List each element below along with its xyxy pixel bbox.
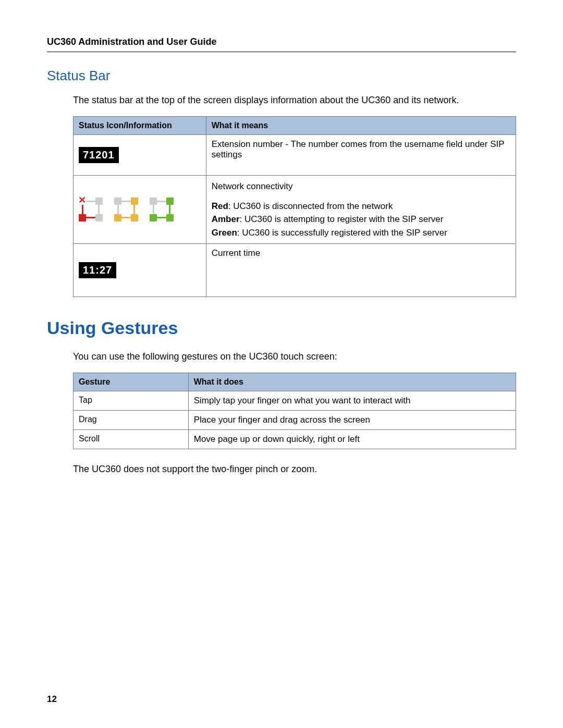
gesture-desc: Simply tap your finger on what you want … (188, 391, 516, 411)
table-row: Scroll Move page up or down quickly, rig… (74, 430, 516, 449)
gestures-outro: The UC360 does not support the two-finge… (73, 462, 516, 476)
section-status-bar-title: Status Bar (47, 68, 516, 84)
gestures-intro: You can use the following gestures on th… (73, 350, 516, 363)
table-row: 11:27 Current time (74, 244, 516, 297)
amber-text: : UC360 is attempting to register with t… (240, 214, 444, 224)
time-icon: 11:27 (79, 262, 116, 278)
gesture-desc: Move page up or down quickly, right or l… (188, 430, 516, 449)
gesture-name: Drag (74, 411, 189, 430)
table-row: 71201 Extension number - The number come… (74, 135, 516, 176)
status-table-head-icon: Status Icon/Information (74, 117, 206, 135)
table-row: Drag Place your finger and drag across t… (74, 411, 516, 430)
gesture-table: Gesture What it does Tap Simply tap your… (73, 373, 516, 449)
extension-desc: Extension number - The number comes from… (206, 135, 516, 176)
network-icon-amber (114, 198, 138, 221)
gesture-name: Tap (74, 391, 189, 411)
page-number: 12 (47, 694, 57, 705)
network-icon-green (150, 198, 174, 221)
table-row: Network connectivity Red: UC360 is disco… (74, 176, 516, 244)
gesture-name: Scroll (74, 430, 189, 449)
document-header: UC360 Administration and User Guide (47, 36, 516, 52)
gesture-desc: Place your finger and drag across the sc… (188, 411, 516, 430)
green-text: : UC360 is successfully registered with … (237, 228, 447, 238)
table-row: Tap Simply tap your finger on what you w… (74, 391, 516, 411)
gesture-head-gesture: Gesture (74, 373, 189, 391)
status-table: Status Icon/Information What it means 71… (73, 116, 516, 297)
section-using-gestures-title: Using Gestures (47, 318, 516, 338)
status-bar-intro: The status bar at the top of the screen … (73, 93, 516, 107)
network-title: Network connectivity (212, 180, 510, 193)
network-icon-red (79, 198, 103, 221)
extension-number-icon: 71201 (79, 147, 119, 163)
status-table-head-meaning: What it means (206, 117, 516, 135)
network-desc: Network connectivity Red: UC360 is disco… (206, 176, 516, 244)
red-label: Red (212, 201, 228, 211)
time-desc: Current time (206, 244, 516, 297)
gesture-head-does: What it does (188, 373, 516, 391)
green-label: Green (212, 228, 237, 238)
network-status-icons (79, 198, 201, 221)
amber-label: Amber (212, 214, 240, 224)
red-text: : UC360 is disconnected from the network (228, 201, 393, 211)
